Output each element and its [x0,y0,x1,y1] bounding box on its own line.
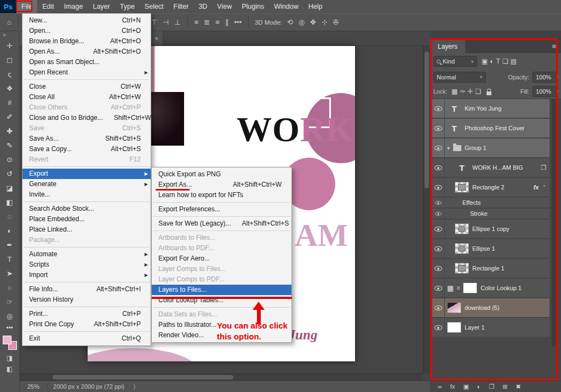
collapse-effects-icon[interactable]: ⌃ [542,185,546,190]
zoom-tool[interactable]: ◎ [0,309,20,323]
orbit-3d-icon[interactable]: ⟲ [284,18,296,26]
healing-brush-tool[interactable]: ✚ [0,124,20,138]
filter-pixel-layers-icon[interactable]: ▣ [480,57,489,65]
layer-row-effects[interactable]: Effects [432,198,549,207]
dodge-tool[interactable]: ◐ [0,223,20,238]
layer-row-ellipse-1-copy[interactable]: Ellipse 1 copy [432,220,549,238]
hand-tool[interactable]: ☞ [0,295,20,309]
lock-all-icon[interactable] [486,91,491,95]
chevron-down-icon[interactable]: ▾ [447,145,450,151]
menu-item-browse-in-bridge[interactable]: Browse in Bridge...Alt+Ctrl+O [22,36,151,47]
visibility-toggle[interactable] [432,139,445,157]
status-chevron-icon[interactable]: ⟩ [130,383,139,390]
visibility-toggle[interactable] [432,209,445,218]
menu-item-open[interactable]: Open...Ctrl+O [22,26,151,36]
shape-layer-thumbnail[interactable] [455,182,469,193]
eyedropper-tool[interactable]: ✐ [0,109,20,124]
distribute-center-icon[interactable]: ≣ [201,18,213,26]
filter-type-layers-icon[interactable]: T [495,57,501,65]
quick-selection-tool[interactable]: ❖ [0,81,20,95]
menu-item-close-and-go-to-bridge[interactable]: Close and Go to Bridge...Shift+Ctrl+W [22,113,151,123]
menu-item-layer-comps-to-pdf[interactable]: Layer Comps to PDF... [152,274,291,285]
eraser-tool[interactable]: ◪ [0,181,20,195]
fill-dropdown[interactable]: 100% ∨ [533,86,558,97]
visibility-toggle[interactable] [432,239,445,258]
blend-mode-dropdown[interactable]: Normal ∨ [433,72,486,83]
layer-row-color-lookup-1[interactable]: ▦8Color Lookup 1 [432,279,549,297]
menu-item-version-history[interactable]: Version History [22,295,151,305]
menu-item-save-a-copy[interactable]: Save a Copy...Alt+Ctrl+S [22,144,151,154]
opacity-dropdown[interactable]: 100% ∨ [533,72,558,83]
blur-tool[interactable]: ◌ [0,209,20,223]
distribute-horizontal-icon[interactable]: ∥ [222,18,232,26]
visibility-toggle[interactable] [432,178,445,197]
menu-item-print[interactable]: Print...Ctrl+P [22,309,151,319]
menu-item-open-recent[interactable]: Open Recent▶ [22,67,151,78]
type-tool[interactable]: T [0,252,20,266]
align-top-icon[interactable]: ⊥ [171,18,183,26]
pan-3d-icon[interactable]: ✥ [307,18,319,26]
new-group-icon[interactable]: ❒ [488,383,495,390]
layer-row-layer-1[interactable]: Layer 1 [432,318,549,337]
distribute-bottom-icon[interactable]: ≡ [213,18,222,26]
visibility-toggle[interactable] [432,220,445,238]
filter-adjustment-layers-icon[interactable]: ◐ [489,57,495,65]
menu-item-generate[interactable]: Generate▶ [22,179,151,189]
panel-menu-icon[interactable]: ≡ [547,42,561,53]
filter-kind-dropdown[interactable]: Kind ∨ [433,56,477,67]
screen-mode-icon[interactable]: ◧ [7,364,13,374]
horizontal-scrollbar[interactable] [20,373,423,381]
layer-mask-thumbnail[interactable] [463,283,477,293]
text-layer-thumbnail[interactable]: T [447,103,461,114]
layer-row-ellipse-1[interactable]: Ellipse 1 [432,239,549,258]
layer-row-kim-yoo-jung[interactable]: TKim Yoo Jung [432,99,549,118]
edit-toolbar-icon[interactable]: ••• [6,323,13,333]
menu-item-close[interactable]: CloseCtrl+W [22,82,151,92]
path-selection-tool[interactable]: ➤ [0,266,20,280]
menu-item-save[interactable]: SaveCtrl+S [22,123,151,134]
menu-item-package[interactable]: Package... [22,235,151,245]
visibility-toggle[interactable] [432,158,445,177]
menubar-item-window[interactable]: Window [269,0,303,13]
zoom-level[interactable]: 25% [20,383,48,390]
move-tool[interactable]: ✛ [0,38,20,53]
tab-layers[interactable]: Layers [430,39,465,53]
horizontal-scrollbar-thumb[interactable] [53,375,233,379]
lock-artboard-icon[interactable]: ❑ [474,88,483,95]
lock-position-icon[interactable]: ✛ [467,88,474,95]
visibility-toggle[interactable] [432,198,445,207]
layer-effects-badge[interactable]: fx [534,184,539,191]
menu-item-data-sets-as-files[interactable]: Data Sets as Files... [152,309,291,320]
visibility-toggle[interactable] [432,318,445,337]
layer-row-photoshop-first-cover[interactable]: TPhotoshop First Cover [432,119,549,137]
foreground-color-swatch[interactable] [3,336,12,344]
layer-row-stroke[interactable]: Stroke [432,209,549,218]
menu-item-color-lookup-tables[interactable]: Color Lookup Tables... [152,295,291,305]
menu-item-learn-how-to-export-for-nfts[interactable]: Learn how to export for NFTs [152,190,291,200]
menu-item-new[interactable]: New...Ctrl+N [22,15,151,26]
vertical-scrollbar[interactable] [423,46,430,373]
pen-tool[interactable]: ✒ [0,238,20,252]
menu-item-print-one-copy[interactable]: Print One CopyAlt+Shift+Ctrl+P [22,319,151,330]
menubar-item-type[interactable]: Type [115,0,140,13]
menubar-item-file[interactable]: File [16,0,37,13]
menubar-item-filter[interactable]: Filter [169,0,194,13]
menu-item-search-adobe-stock[interactable]: Search Adobe Stock... [22,204,151,214]
shape-layer-thumbnail[interactable] [455,243,469,254]
shape-layer-thumbnail[interactable] [455,263,469,274]
text-layer-thumbnail[interactable]: T [447,123,461,134]
menu-item-scripts[interactable]: Scripts▶ [22,260,151,270]
lasso-tool[interactable]: ς [0,67,20,81]
visibility-toggle[interactable] [432,99,445,118]
lock-transparency-icon[interactable]: ▦ [450,88,459,95]
new-adjustment-layer-icon[interactable]: ◐ [476,383,482,390]
home-icon[interactable]: ⌂ [4,18,14,26]
layer-row-work-h-am-big[interactable]: TWORK H...AM BIG❒ [432,158,549,177]
filter-shape-layers-icon[interactable]: ❏ [501,57,510,65]
menu-item-import[interactable]: Import▶ [22,270,151,280]
lock-image-icon[interactable]: ✑ [459,88,466,95]
close-tab-icon[interactable]: × [154,35,158,42]
menu-item-save-for-web-legacy[interactable]: Save for Web (Legacy)...Alt+Shift+Ctrl+S [152,218,291,229]
shape-layer-thumbnail[interactable] [455,223,469,234]
menu-item-file-info[interactable]: File Info...Alt+Shift+Ctrl+I [22,284,151,295]
